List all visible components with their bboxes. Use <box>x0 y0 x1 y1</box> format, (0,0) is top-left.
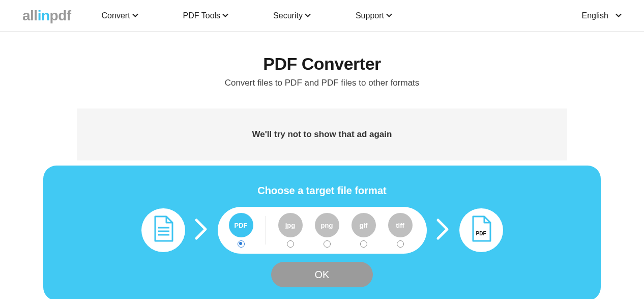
format-gif-badge: gif <box>352 213 376 237</box>
format-jpg-radio[interactable] <box>287 240 294 248</box>
format-tiff-badge: tiff <box>388 213 413 237</box>
chevron-right-icon <box>194 218 209 242</box>
chevron-down-icon <box>132 11 138 20</box>
format-pdf-badge: PDF <box>229 213 253 237</box>
panel-heading: Choose a target file format <box>43 185 601 197</box>
top-nav: allinpdf Convert PDF Tools Security Supp… <box>0 0 644 32</box>
nav-security-label: Security <box>273 11 303 20</box>
target-file-badge: PDF <box>459 208 503 252</box>
nav-pdftools[interactable]: PDF Tools <box>183 11 229 20</box>
converter-panel: Choose a target file format <box>43 166 601 299</box>
document-icon <box>152 215 174 245</box>
language-selector[interactable]: English <box>582 11 622 20</box>
format-option-pdf[interactable]: PDF <box>229 213 253 248</box>
format-option-png[interactable]: png <box>315 213 339 248</box>
language-label: English <box>582 11 608 20</box>
chevron-down-icon <box>222 11 228 20</box>
format-row: PDF jpg png gif tiff <box>43 207 601 254</box>
logo-part-pdf: pdf <box>50 8 71 23</box>
pdf-file-label: PDF <box>470 231 492 236</box>
format-divider <box>266 216 266 244</box>
format-gif-radio[interactable] <box>360 240 367 248</box>
ok-button[interactable]: OK <box>271 262 373 287</box>
source-file-badge <box>141 208 185 252</box>
chevron-down-icon <box>616 11 622 20</box>
format-jpg-badge: jpg <box>278 213 303 237</box>
logo[interactable]: allinpdf <box>22 8 71 24</box>
format-png-radio[interactable] <box>324 240 331 248</box>
chevron-right-icon <box>436 218 450 242</box>
ad-notice: We'll try not to show that ad again <box>77 108 567 160</box>
page-title: PDF Converter <box>0 54 644 74</box>
chevron-down-icon <box>305 11 311 20</box>
page-subtitle: Convert files to PDF and PDF files to ot… <box>0 78 644 88</box>
format-tiff-radio[interactable] <box>397 240 404 248</box>
format-option-gif[interactable]: gif <box>352 213 376 248</box>
format-option-jpg[interactable]: jpg <box>278 213 303 248</box>
main-nav: Convert PDF Tools Security Support <box>102 11 392 20</box>
pdf-file-icon: PDF <box>470 215 492 245</box>
chevron-down-icon <box>386 11 392 20</box>
logo-part-in: in <box>38 8 50 23</box>
nav-support-label: Support <box>356 11 384 20</box>
nav-support[interactable]: Support <box>356 11 392 20</box>
nav-convert[interactable]: Convert <box>102 11 138 20</box>
nav-pdftools-label: PDF Tools <box>183 11 221 20</box>
nav-convert-label: Convert <box>102 11 130 20</box>
ad-message: We'll try not to show that ad again <box>252 129 392 140</box>
main-content: PDF Converter Convert files to PDF and P… <box>0 32 644 299</box>
logo-part-all: all <box>22 8 38 23</box>
nav-security[interactable]: Security <box>273 11 311 20</box>
format-png-badge: png <box>315 213 339 237</box>
format-pdf-radio[interactable] <box>238 240 245 248</box>
format-option-tiff[interactable]: tiff <box>388 213 413 248</box>
format-selector: PDF jpg png gif tiff <box>218 207 427 254</box>
